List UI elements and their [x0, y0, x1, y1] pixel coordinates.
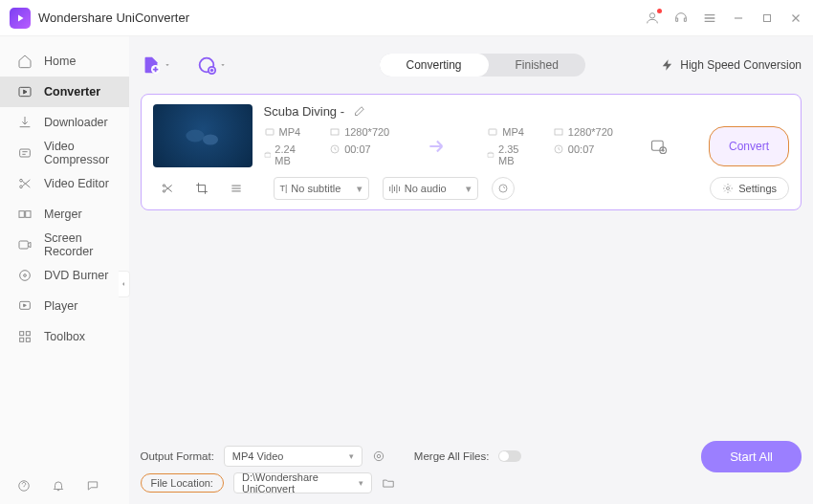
sidebar-item-compressor[interactable]: Video Compressor — [0, 138, 129, 168]
scissors-icon — [17, 176, 33, 191]
minimize-icon[interactable] — [731, 11, 746, 26]
sidebar-item-label: Player — [44, 299, 77, 313]
merger-icon — [17, 207, 33, 222]
sidebar-item-recorder[interactable]: Screen Recorder — [0, 230, 129, 260]
audio-value: No audio — [405, 183, 447, 194]
footer: Output Format: MP4 Video▾ Merge All File… — [141, 437, 802, 496]
svg-rect-15 — [26, 338, 30, 341]
home-icon — [17, 54, 33, 69]
settings-button[interactable]: Settings — [710, 177, 789, 200]
disc-icon — [17, 268, 33, 283]
svg-point-35 — [374, 451, 383, 460]
file-location-dropdown[interactable]: D:\Wondershare UniConvert▾ — [233, 472, 372, 493]
svg-point-30 — [163, 185, 165, 186]
sidebar-collapse-button[interactable] — [119, 271, 130, 297]
tab-converting[interactable]: Converting — [380, 54, 489, 77]
tab-finished[interactable]: Finished — [489, 54, 585, 77]
svg-rect-25 — [489, 129, 496, 135]
svg-point-4 — [20, 179, 23, 182]
sidebar-item-editor[interactable]: Video Editor — [0, 168, 129, 199]
file-location-value: D:\Wondershare UniConvert — [242, 471, 359, 494]
sidebar-item-toolbox[interactable]: Toolbox — [0, 321, 129, 352]
output-settings-icon[interactable] — [372, 449, 385, 463]
sidebar-item-label: Downloader — [44, 116, 108, 129]
account-icon[interactable] — [645, 11, 660, 26]
output-format-value: MP4 Video — [232, 450, 284, 462]
app-logo — [10, 8, 31, 29]
add-url-button[interactable] — [196, 55, 227, 76]
play-icon — [17, 298, 33, 314]
dst-dur: 00:07 — [568, 143, 595, 155]
sidebar-item-player[interactable]: Player — [0, 291, 129, 321]
svg-rect-14 — [20, 338, 24, 341]
audio-dropdown[interactable]: ı|ı|ı No audio ▾ — [383, 177, 478, 200]
grid-icon — [17, 329, 33, 344]
file-name: Scuba Diving - — [264, 104, 345, 119]
sidebar-item-merger[interactable]: Merger — [0, 199, 129, 230]
sidebar-item-label: Toolbox — [44, 330, 85, 343]
hsc-label: High Speed Conversion — [680, 58, 802, 72]
output-format-dropdown[interactable]: MP4 Video▾ — [224, 446, 363, 467]
crop-icon[interactable] — [195, 182, 209, 195]
svg-rect-8 — [19, 241, 28, 249]
svg-point-31 — [163, 190, 165, 192]
svg-rect-13 — [26, 332, 30, 336]
sidebar-item-label: Video Editor — [44, 177, 109, 190]
recorder-icon — [17, 237, 33, 252]
speed-button[interactable] — [492, 177, 515, 200]
close-icon[interactable] — [788, 11, 803, 26]
svg-rect-28 — [651, 141, 663, 150]
help-icon[interactable] — [17, 479, 31, 493]
video-thumbnail[interactable] — [153, 104, 253, 167]
toolbar: Converting Finished High Speed Conversio… — [141, 46, 802, 84]
settings-label: Settings — [738, 183, 777, 194]
output-settings-icon[interactable] — [649, 137, 669, 156]
sidebar-item-home[interactable]: Home — [0, 46, 129, 77]
dst-size: 2.35 MB — [498, 143, 524, 166]
main-panel: Converting Finished High Speed Conversio… — [129, 36, 814, 504]
headset-icon[interactable] — [673, 11, 689, 26]
dst-res: 1280*720 — [568, 126, 613, 138]
feedback-icon[interactable] — [86, 479, 99, 493]
src-format: MP4 — [279, 126, 301, 138]
edit-name-icon[interactable] — [352, 105, 365, 119]
bell-icon[interactable] — [52, 479, 65, 493]
src-size: 2.24 MB — [275, 143, 300, 166]
sidebar-item-label: Merger — [44, 208, 82, 221]
effect-icon[interactable] — [230, 182, 243, 195]
subtitle-dropdown[interactable]: T| No subtitle ▾ — [274, 177, 369, 200]
compressor-icon — [17, 145, 33, 161]
svg-point-21 — [203, 134, 218, 144]
svg-point-5 — [20, 186, 23, 188]
high-speed-toggle[interactable]: High Speed Conversion — [661, 58, 802, 72]
svg-rect-22 — [266, 129, 274, 135]
svg-point-0 — [649, 12, 654, 17]
svg-rect-6 — [19, 211, 24, 218]
convert-button[interactable]: Convert — [709, 126, 789, 166]
svg-point-20 — [186, 130, 204, 142]
svg-rect-23 — [331, 129, 339, 135]
sidebar-item-downloader[interactable]: Downloader — [0, 107, 129, 138]
svg-rect-12 — [20, 332, 24, 336]
output-format-label: Output Format: — [141, 450, 214, 462]
merge-label: Merge All Files: — [414, 450, 490, 462]
merge-toggle[interactable] — [498, 450, 521, 462]
sidebar-item-converter[interactable]: Converter — [0, 77, 129, 107]
app-title: Wondershare UniConverter — [38, 11, 189, 25]
converter-icon — [17, 84, 33, 99]
add-file-button[interactable] — [141, 55, 171, 76]
tab-segment: Converting Finished — [380, 54, 585, 77]
menu-icon[interactable] — [702, 11, 717, 26]
trim-icon[interactable] — [161, 182, 174, 195]
svg-rect-3 — [20, 149, 31, 157]
maximize-icon[interactable] — [759, 11, 775, 26]
sidebar-item-dvd[interactable]: DVD Burner — [0, 260, 129, 291]
svg-point-9 — [20, 271, 31, 281]
sidebar-item-label: Home — [44, 55, 76, 68]
start-all-button[interactable]: Start All — [701, 441, 802, 472]
svg-rect-1 — [764, 14, 771, 21]
open-folder-icon[interactable] — [382, 476, 395, 490]
svg-rect-26 — [555, 129, 562, 135]
sidebar-item-label: Converter — [44, 85, 100, 99]
svg-point-10 — [24, 274, 27, 277]
